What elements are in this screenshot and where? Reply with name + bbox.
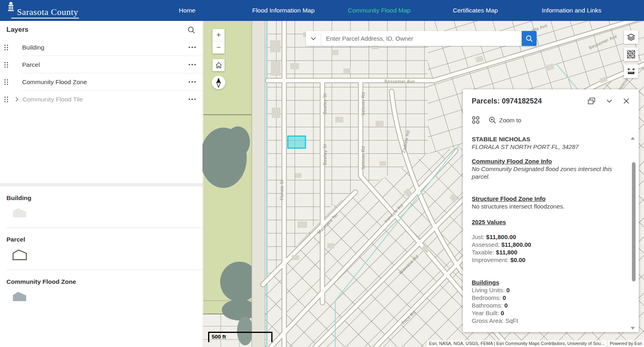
expand-chevron-icon[interactable] <box>15 97 19 102</box>
scroll-down-arrow[interactable] <box>631 327 635 330</box>
scroll-up-arrow[interactable] <box>631 137 635 140</box>
actions-grid-icon[interactable] <box>472 116 480 124</box>
building-row-bedrooms: Bedrooms: 0 <box>472 294 623 302</box>
parcel-popup: Parcels: 0974182524 Zoom to <box>463 89 639 332</box>
value-row-improvement: Improvement: $0.00 <box>472 256 623 264</box>
community-flood-zone-text: No Community Designated flood zones inte… <box>472 165 623 180</box>
popup-actions: Zoom to <box>472 116 521 124</box>
scale-bar: 500 ft <box>208 332 272 342</box>
zoom-control: + − <box>213 29 225 54</box>
legend-section-community-flood-zone: Community Flood Zone <box>0 270 202 304</box>
popup-header: Parcels: 0974182524 <box>463 89 639 113</box>
basemap-gallery-icon <box>627 50 635 58</box>
parcel-search-bar <box>306 31 537 46</box>
powered-by-esri[interactable]: Powered by Esri <box>608 340 644 347</box>
flood-zone-swatch-icon <box>12 291 202 304</box>
value-row-taxable: Taxable: $11,800 <box>472 248 623 256</box>
zoom-to-icon <box>489 116 496 124</box>
owner-name: STABILE NICHOLAS <box>472 135 623 143</box>
layer-label: Community Flood Zone <box>22 78 87 86</box>
value-row-assessed: Assessed: $11,800.00 <box>472 241 623 248</box>
attribution-sources: Esri, NASA, NGA, USGS, FEMA | Esri Commu… <box>427 340 607 347</box>
compass-needle-icon <box>215 77 222 88</box>
collapse-chevron-icon[interactable] <box>607 99 612 103</box>
layer-row-parcel[interactable]: Parcel <box>0 56 202 73</box>
selected-parcel-highlight[interactable] <box>288 136 305 148</box>
drag-handle-icon[interactable] <box>4 79 10 85</box>
map-attribution: Esri, NASA, NGA, USGS, FEMA | Esri Commu… <box>427 340 644 347</box>
legend-title: Building <box>6 194 202 202</box>
layer-row-building[interactable]: Building <box>0 39 202 56</box>
legend-section-building: Building <box>0 186 202 228</box>
building-row-bathrooms: Bathrooms: 0 <box>472 302 623 309</box>
zoom-to-label: Zoom to <box>499 117 521 124</box>
search-icon <box>526 35 533 42</box>
zoom-out-button[interactable]: − <box>213 41 225 54</box>
layer-row-community-flood-tile[interactable]: Community Flood Tile <box>0 91 202 108</box>
popup-content: STABILE NICHOLAS FLORALA ST NORTH PORT F… <box>472 135 623 324</box>
chevron-down-icon <box>311 37 316 40</box>
nav-items: Home Flood Information Map Community Flo… <box>0 0 644 21</box>
main-road <box>252 21 265 347</box>
zoom-to-button[interactable]: Zoom to <box>489 116 521 124</box>
home-icon <box>215 62 222 68</box>
layer-row-community-flood-zone[interactable]: Community Flood Zone <box>0 73 202 91</box>
building-row-year-built: Year Built: 0 <box>472 309 623 317</box>
value-row-just: Just: $11,800.00 <box>472 233 623 241</box>
legend-title: Parcel <box>6 236 202 243</box>
layer-label: Parcel <box>22 61 40 68</box>
compass-button[interactable] <box>212 76 225 89</box>
nav-item-certificates-map[interactable]: Certificates Map <box>453 7 498 14</box>
building-swatch-icon <box>12 207 202 220</box>
layers-panel: Layers Building Parcel <box>0 21 202 183</box>
measure-button[interactable] <box>624 64 638 78</box>
layer-options-icon[interactable] <box>188 46 196 48</box>
drag-handle-icon[interactable] <box>4 62 10 68</box>
layers-icon <box>627 33 635 41</box>
close-icon[interactable] <box>623 98 629 104</box>
layers-panel-title: Layers <box>6 26 29 34</box>
building-row-living-units: Living Units: 0 <box>472 286 623 294</box>
search-input[interactable] <box>321 31 522 46</box>
layer-label: Building <box>22 44 44 51</box>
search-button[interactable] <box>522 31 537 46</box>
map-canvas[interactable]: Bessemer Ave Florala St Bewley St Bewley… <box>202 21 644 347</box>
building-row-gross-area: Gross Area: SqFt <box>472 317 623 324</box>
search-source-dropdown[interactable] <box>306 31 321 46</box>
nav-item-community-flood-map[interactable]: Community Flood Map <box>348 7 411 14</box>
home-button[interactable] <box>213 59 225 71</box>
layer-label: Community Flood Tile <box>23 96 83 103</box>
popup-title: Parcels: 0974182524 <box>472 97 542 105</box>
structure-flood-zone-heading: Structure Flood Zone Info <box>472 195 623 202</box>
basemap-gallery-button[interactable] <box>624 48 638 61</box>
zoom-in-button[interactable]: + <box>213 29 225 41</box>
dock-icon[interactable] <box>588 97 595 105</box>
nav-item-information-and-links[interactable]: Information and Links <box>542 7 601 14</box>
scale-label: 500 ft <box>212 334 226 340</box>
left-sidebar: Layers Building Parcel <box>0 21 202 347</box>
measure-icon <box>627 68 635 75</box>
legend-section-parcel: Parcel <box>0 228 202 270</box>
layer-list-button[interactable] <box>624 30 638 44</box>
layer-options-icon[interactable] <box>188 81 196 83</box>
drag-handle-icon[interactable] <box>4 96 10 103</box>
community-flood-zone-heading: Community Flood Zone Info <box>472 157 623 165</box>
layer-options-icon[interactable] <box>188 64 196 66</box>
top-navbar: Sarasota County Home Flood Information M… <box>0 0 644 21</box>
layer-options-icon[interactable] <box>188 98 196 100</box>
layers-search-icon[interactable] <box>188 26 195 34</box>
drag-handle-icon[interactable] <box>4 44 10 51</box>
popup-scrollbar[interactable] <box>632 162 636 281</box>
nav-item-flood-information-map[interactable]: Flood Information Map <box>252 7 314 14</box>
courthouse-icon <box>6 2 16 13</box>
nav-item-home[interactable]: Home <box>179 7 195 14</box>
legend-title: Community Flood Zone <box>6 278 202 285</box>
values-heading: 2025 Values <box>472 218 623 226</box>
legend-panel: Building Parcel Community Flood Zone <box>0 186 202 347</box>
owner-address: FLORALA ST NORTH PORT FL, 34287 <box>472 143 623 151</box>
buildings-heading: Buildings <box>472 279 623 286</box>
structure-flood-zone-text: No structures intersect floodzones. <box>472 202 623 210</box>
parcel-swatch-icon <box>12 249 202 262</box>
